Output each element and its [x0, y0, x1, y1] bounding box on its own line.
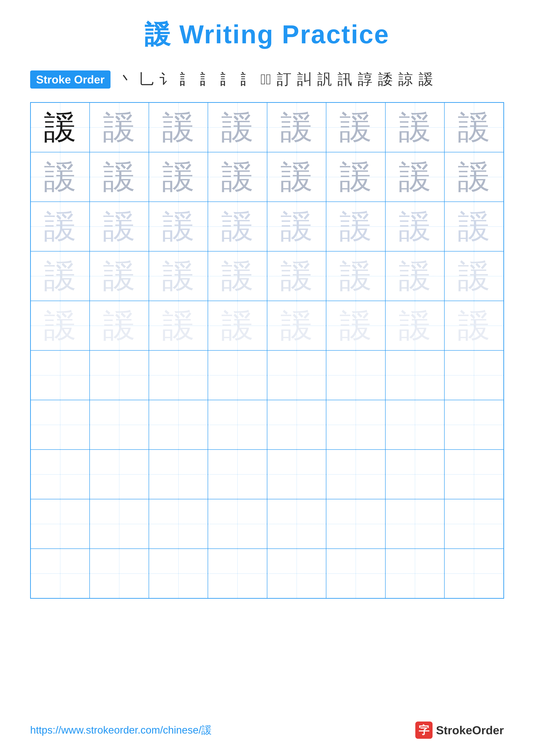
- grid-cell[interactable]: 諼: [149, 202, 208, 251]
- grid-cell[interactable]: 諼: [149, 301, 208, 350]
- grid-cell[interactable]: [445, 400, 504, 449]
- grid-cell[interactable]: [208, 549, 267, 598]
- grid-cell[interactable]: [267, 499, 326, 549]
- stroke-order-chars: 丶 ⺃ 讠 訁 訁 訁 訁 訁̣ 訂 訆 訉 訊 諄 諉 諒 諼: [117, 69, 435, 89]
- grid-cell[interactable]: 諼: [445, 152, 504, 202]
- grid-cell[interactable]: [445, 549, 504, 598]
- grid-cell[interactable]: 諼: [149, 251, 208, 301]
- grid-cell[interactable]: 諼: [267, 152, 326, 202]
- footer: https://www.strokeorder.com/chinese/諼 字 …: [30, 721, 504, 739]
- grid-cell[interactable]: [31, 549, 90, 598]
- grid-cell[interactable]: 諼: [208, 103, 267, 152]
- grid-cell[interactable]: [149, 449, 208, 499]
- grid-cell[interactable]: [208, 400, 267, 449]
- grid-cell[interactable]: [267, 400, 326, 449]
- stroke-order-section: Stroke Order 丶 ⺃ 讠 訁 訁 訁 訁 訁̣ 訂 訆 訉 訊 諄 …: [30, 69, 504, 89]
- grid-cell[interactable]: 諼: [31, 202, 90, 251]
- grid-cell[interactable]: 諼: [89, 301, 149, 350]
- grid-cell[interactable]: [208, 449, 267, 499]
- practice-grid: 諼 諼 諼 諼 諼 諼 諼 諼 諼 諼 諼: [30, 102, 504, 599]
- grid-cell[interactable]: [89, 400, 149, 449]
- grid-cell[interactable]: [89, 449, 149, 499]
- grid-cell[interactable]: 諼: [445, 103, 504, 152]
- grid-cell[interactable]: 諼: [31, 103, 90, 152]
- grid-cell[interactable]: [326, 549, 385, 598]
- grid-cell[interactable]: 諼: [267, 251, 326, 301]
- grid-cell[interactable]: 諼: [326, 152, 385, 202]
- footer-brand: 字 StrokeOrder: [415, 721, 504, 739]
- page-title: 諼 Writing Practice: [30, 17, 504, 52]
- grid-cell[interactable]: 諼: [445, 301, 504, 350]
- grid-cell[interactable]: [31, 350, 90, 400]
- grid-cell[interactable]: [267, 350, 326, 400]
- grid-cell[interactable]: 諼: [89, 202, 149, 251]
- grid-cell[interactable]: [149, 400, 208, 449]
- footer-url[interactable]: https://www.strokeorder.com/chinese/諼: [30, 723, 212, 737]
- grid-cell[interactable]: 諼: [208, 202, 267, 251]
- grid-cell[interactable]: 諼: [31, 251, 90, 301]
- grid-cell[interactable]: [385, 549, 445, 598]
- grid-cell[interactable]: 諼: [326, 103, 385, 152]
- grid-cell[interactable]: [149, 549, 208, 598]
- grid-cell[interactable]: [385, 449, 445, 499]
- grid-cell[interactable]: [149, 350, 208, 400]
- grid-cell[interactable]: [31, 400, 90, 449]
- grid-cell[interactable]: 諼: [89, 251, 149, 301]
- grid-cell[interactable]: [267, 449, 326, 499]
- grid-cell[interactable]: [385, 499, 445, 549]
- grid-cell[interactable]: 諼: [89, 103, 149, 152]
- grid-cell[interactable]: 諼: [149, 152, 208, 202]
- grid-cell[interactable]: [326, 449, 385, 499]
- grid-cell[interactable]: 諼: [326, 301, 385, 350]
- grid-cell[interactable]: [267, 549, 326, 598]
- grid-cell[interactable]: [385, 350, 445, 400]
- grid-cell[interactable]: [31, 449, 90, 499]
- brand-icon: 字: [415, 721, 433, 739]
- grid-cell[interactable]: 諼: [31, 301, 90, 350]
- grid-cell[interactable]: 諼: [267, 103, 326, 152]
- grid-cell[interactable]: 諼: [326, 202, 385, 251]
- grid-cell[interactable]: 諼: [385, 152, 445, 202]
- grid-cell[interactable]: [445, 449, 504, 499]
- grid-cell[interactable]: [89, 350, 149, 400]
- grid-cell[interactable]: 諼: [385, 301, 445, 350]
- brand-name: StrokeOrder: [436, 723, 504, 737]
- grid-cell[interactable]: [89, 549, 149, 598]
- grid-cell[interactable]: [208, 499, 267, 549]
- grid-cell[interactable]: 諼: [149, 103, 208, 152]
- grid-cell[interactable]: 諼: [445, 251, 504, 301]
- grid-cell[interactable]: 諼: [385, 251, 445, 301]
- grid-cell[interactable]: [445, 350, 504, 400]
- grid-cell[interactable]: [385, 400, 445, 449]
- grid-cell[interactable]: 諼: [208, 152, 267, 202]
- grid-cell[interactable]: 諼: [267, 202, 326, 251]
- grid-cell[interactable]: 諼: [385, 202, 445, 251]
- grid-cell[interactable]: [326, 499, 385, 549]
- grid-cell[interactable]: [89, 499, 149, 549]
- grid-cell[interactable]: [31, 499, 90, 549]
- grid-cell[interactable]: 諼: [385, 103, 445, 152]
- grid-cell[interactable]: [326, 350, 385, 400]
- grid-cell[interactable]: 諼: [326, 251, 385, 301]
- grid-cell[interactable]: 諼: [89, 152, 149, 202]
- grid-cell[interactable]: 諼: [208, 251, 267, 301]
- grid-cell[interactable]: 諼: [31, 152, 90, 202]
- grid-cell[interactable]: 諼: [208, 301, 267, 350]
- grid-cell[interactable]: [208, 350, 267, 400]
- grid-cell[interactable]: 諼: [267, 301, 326, 350]
- grid-cell[interactable]: [326, 400, 385, 449]
- stroke-order-badge: Stroke Order: [30, 70, 111, 89]
- grid-cell[interactable]: [445, 499, 504, 549]
- grid-cell[interactable]: 諼: [445, 202, 504, 251]
- grid-cell[interactable]: [149, 499, 208, 549]
